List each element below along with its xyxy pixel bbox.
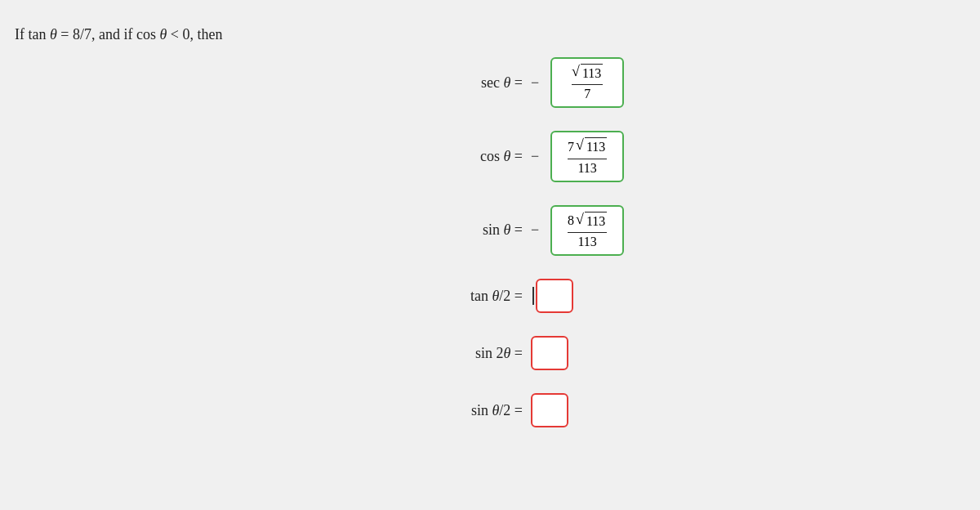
sin-half-theta-row: sin θ/2 =	[449, 393, 624, 427]
sin-2theta-label: sin 2θ =	[449, 345, 523, 362]
sin-theta-answer[interactable]: 8 √ 113 113	[550, 205, 624, 256]
sec-theta-row: sec θ = − √ 113 7	[449, 57, 624, 108]
sec-minus-sign: −	[531, 74, 539, 92]
sec-theta-label: sec θ =	[449, 74, 523, 92]
sec-sqrt: √ 113	[572, 64, 603, 83]
tan-half-theta-answer[interactable]	[536, 279, 573, 313]
sin-theta-label: sin θ =	[449, 221, 523, 239]
sin-theta-row: sin θ = − 8 √ 113 113	[449, 205, 624, 256]
cos-sqrt: √ 113	[576, 137, 607, 156]
sin-2theta-row: sin 2θ =	[449, 336, 624, 370]
sin-half-theta-answer[interactable]	[531, 393, 568, 427]
sin-fraction: 8 √ 113 113	[568, 212, 607, 249]
cos-minus-sign: −	[531, 148, 539, 165]
tan-half-theta-row: tan θ/2 =	[449, 279, 624, 313]
cursor	[532, 287, 534, 305]
equations-container: sec θ = − √ 113 7 cos θ = − 7 √	[449, 57, 624, 427]
tan-half-theta-label: tan θ/2 =	[449, 288, 523, 305]
cos-theta-answer[interactable]: 7 √ 113 113	[550, 131, 624, 181]
sec-theta-answer[interactable]: √ 113 7	[550, 57, 624, 108]
sin-minus-sign: −	[531, 221, 539, 239]
cos-theta-row: cos θ = − 7 √ 113 113	[449, 131, 624, 181]
sec-fraction: √ 113 7	[572, 64, 603, 101]
sin-2theta-answer[interactable]	[531, 336, 568, 370]
problem-statement: If tan θ = 8/7, and if cos θ < 0, then	[15, 26, 222, 43]
cos-theta-label: cos θ =	[449, 148, 523, 165]
sin-half-theta-label: sin θ/2 =	[449, 402, 523, 419]
sin-sqrt: √ 113	[576, 212, 607, 230]
cos-fraction: 7 √ 113 113	[568, 137, 607, 175]
